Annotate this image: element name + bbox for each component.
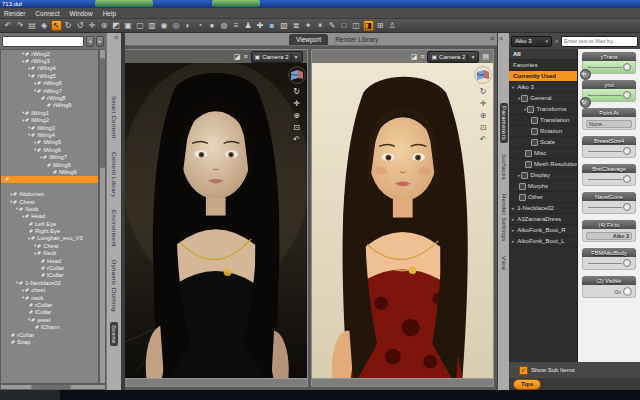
- toolbar-icon[interactable]: ⊕: [99, 20, 110, 31]
- toolbar-icon[interactable]: ≣: [291, 20, 302, 31]
- expand-arrow-icon[interactable]: ▸: [512, 228, 514, 233]
- toolbar-icon[interactable]: ◔: [195, 20, 206, 31]
- toolbar-icon[interactable]: ●: [207, 20, 218, 31]
- list-row[interactable]: Favorites: [509, 60, 577, 71]
- tips-button[interactable]: Tips: [513, 379, 541, 390]
- viewport-nav-icon[interactable]: ↻: [293, 87, 300, 96]
- toolbar-icon[interactable]: ✎: [327, 20, 338, 31]
- tree-row[interactable]: ▾ lWing1: [1, 109, 98, 116]
- toolbar-icon[interactable]: ◩: [111, 20, 122, 31]
- slider-track[interactable]: [588, 151, 622, 152]
- camera-selector[interactable]: ▣ Camera 2 ▼: [427, 51, 479, 63]
- tree-row[interactable]: lWing8: [1, 161, 98, 168]
- tree-row[interactable]: ▾ Chest: [1, 198, 98, 205]
- expand-arrow-icon[interactable]: ▾: [518, 96, 520, 101]
- viewport-menu-icon[interactable]: ≡: [490, 35, 494, 42]
- list-row[interactable]: Rotation: [509, 126, 577, 137]
- toolbar-icon[interactable]: ↷: [15, 20, 26, 31]
- draw-style-icon[interactable]: ◪: [411, 53, 418, 61]
- tree-row[interactable]: ▾ Head: [1, 213, 98, 220]
- toolbar-icon[interactable]: ▣: [123, 20, 134, 31]
- tree-row[interactable]: ▾ rWing4: [1, 65, 98, 72]
- expand-arrow-icon[interactable]: ▸: [512, 206, 514, 211]
- pane-tab[interactable]: Scene: [110, 322, 118, 347]
- slider-value[interactable]: Aiko 3: [586, 232, 632, 240]
- tree-row[interactable]: ▾ Abdomen: [1, 190, 98, 197]
- pane-tab[interactable]: Render Settings: [500, 191, 508, 245]
- toolbar-icon[interactable]: ↶: [3, 20, 14, 31]
- viewport-nav-icon[interactable]: ↶: [293, 135, 300, 144]
- menu-item[interactable]: Render: [4, 10, 25, 17]
- toolbar-icon[interactable]: ♟: [243, 20, 254, 31]
- slider-track[interactable]: [588, 95, 622, 96]
- tree-row[interactable]: Right Eye: [1, 227, 98, 234]
- tree-row[interactable]: rCollar: [1, 264, 98, 271]
- toolbar-icon[interactable]: ▧: [279, 20, 290, 31]
- tree-row[interactable]: ▾ lWing3: [1, 124, 98, 131]
- toolbar-icon[interactable]: ◐: [183, 20, 194, 31]
- viewport-nav-icon[interactable]: ⊡: [480, 123, 487, 132]
- tree-row[interactable]: Snap: [1, 338, 98, 345]
- list-row[interactable]: ▾ General: [509, 93, 577, 104]
- expand-arrow-icon[interactable]: ▾: [524, 107, 526, 112]
- tree-row[interactable]: rCollar: [1, 301, 98, 308]
- pane-tab[interactable]: Surfaces: [500, 151, 508, 183]
- tree-row[interactable]: [1, 176, 98, 183]
- toolbar-icon[interactable]: ◎: [171, 20, 182, 31]
- menu-item[interactable]: Window: [70, 10, 93, 17]
- tree-row[interactable]: lCharm: [1, 323, 98, 330]
- slider-thumb[interactable]: [623, 259, 631, 267]
- viewport-nav-icon[interactable]: ✛: [293, 99, 300, 108]
- viewport-nav-icon[interactable]: ↻: [480, 87, 487, 96]
- viewport-nav-icon[interactable]: ⊕: [480, 111, 487, 120]
- viewport-1[interactable]: ◪ ≡ ▣ Camera 2 ▼ Front: [124, 49, 308, 387]
- tree-row[interactable]: ▾ rWing7: [1, 87, 98, 94]
- tree-row[interactable]: ▾ rWing6: [1, 80, 98, 87]
- tree-row[interactable]: Left Eye: [1, 220, 98, 227]
- slider-track[interactable]: [588, 67, 622, 68]
- toolbar-icon[interactable]: ▤: [27, 20, 38, 31]
- toolbar-icon[interactable]: ◍: [219, 20, 230, 31]
- pane-tab[interactable]: Dynamic Clothing: [110, 257, 118, 315]
- tree-row[interactable]: ▾ jewel: [1, 316, 98, 323]
- viewport-2[interactable]: ◪ ≡ ▣ Camera 2 ▼ ▤ Front: [311, 49, 495, 387]
- toolbar-icon[interactable]: ▥: [147, 20, 158, 31]
- toolbar-icon[interactable]: ☀: [315, 20, 326, 31]
- list-row[interactable]: ▸ 1-Necklace02: [509, 203, 577, 214]
- list-row[interactable]: Scale: [509, 137, 577, 148]
- viewport-nav-icon[interactable]: ⊕: [293, 111, 300, 120]
- draw-style-icon[interactable]: ◪: [234, 53, 241, 61]
- tree-row[interactable]: lCollar: [1, 272, 98, 279]
- search-next-button[interactable]: ▸: [96, 36, 104, 47]
- list-row[interactable]: ▸ AikoFunk_Boot_L: [509, 236, 577, 247]
- tree-row[interactable]: ▾ chest: [1, 287, 98, 294]
- toolbar-icon[interactable]: □: [339, 20, 350, 31]
- toolbar-icon[interactable]: ≡: [231, 20, 242, 31]
- viewport-nav-icon[interactable]: ✛: [480, 99, 487, 108]
- list-row[interactable]: ▸ A3ZamaraDress: [509, 214, 577, 225]
- tree-row[interactable]: ▾ Chest: [1, 242, 98, 249]
- pane-tab[interactable]: Parameters: [500, 103, 508, 143]
- camera-selector[interactable]: ▣ Camera 2 ▼: [251, 51, 303, 63]
- list-row[interactable]: Misc: [509, 148, 577, 159]
- toolbar-icon[interactable]: ↺: [75, 20, 86, 31]
- list-row[interactable]: ▸ Display: [509, 170, 577, 181]
- orientation-cube[interactable]: Front: [474, 66, 492, 84]
- tree-row[interactable]: lWing9: [1, 168, 98, 175]
- pane-tab[interactable]: Smart Content: [110, 93, 118, 142]
- expand-arrow-icon[interactable]: ▾: [512, 85, 514, 90]
- toolbar-icon[interactable]: ■: [267, 20, 278, 31]
- parameter-filter-input[interactable]: [561, 36, 638, 47]
- viewport-tab[interactable]: Viewport: [289, 34, 328, 45]
- list-row[interactable]: Other: [509, 192, 577, 203]
- viewport-nav-icon[interactable]: ↶: [480, 135, 487, 144]
- toolbar-icon[interactable]: ◉: [159, 20, 170, 31]
- pane-menu-icon[interactable]: ≡: [114, 34, 118, 41]
- slider-track[interactable]: [588, 263, 622, 264]
- list-row[interactable]: All: [509, 49, 577, 60]
- tree-row[interactable]: ▾ 1-Necklace02: [1, 279, 98, 286]
- scene-vertical-scrollbar[interactable]: [99, 49, 106, 384]
- tree-row[interactable]: ▾ lWing2: [1, 117, 98, 124]
- splitter-left[interactable]: [121, 33, 125, 390]
- tree-row[interactable]: rCollar: [1, 331, 98, 338]
